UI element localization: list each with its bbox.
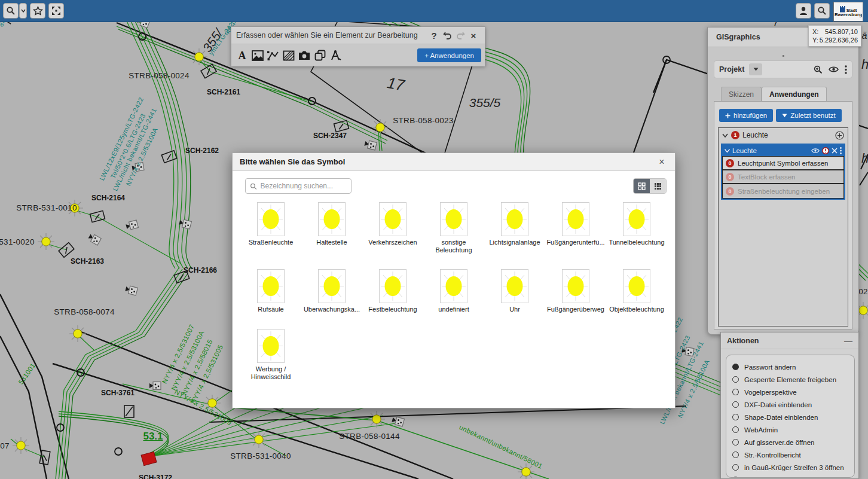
symbol-item[interactable]: Verkehrszeichen	[362, 202, 423, 254]
street-light-symbol	[12, 437, 30, 457]
item-badge: 0	[726, 187, 734, 196]
measure-tool-button[interactable]	[328, 48, 343, 63]
aktion-label: Shape-Datei einblenden	[744, 414, 818, 421]
more-icon[interactable]	[840, 147, 842, 154]
leuchte-panel-header[interactable]: Leuchte	[722, 145, 844, 156]
aktion-item[interactable]: Shape-Datei einblenden	[732, 411, 854, 423]
dialog-titlebar: Bitte wählen Sie das Symbol ×	[233, 153, 675, 171]
polyline-tool-button[interactable]	[266, 48, 280, 63]
visibility-icon[interactable]	[811, 148, 820, 154]
warning-icon[interactable]	[822, 147, 829, 154]
symbol-item[interactable]: Festbeleuchtung	[362, 269, 423, 313]
camera-tool-button[interactable]	[297, 48, 311, 63]
add-button[interactable]: hinzufügen	[719, 109, 773, 122]
header-search-dropdown[interactable]	[19, 3, 27, 19]
map-label: SCH-2166	[184, 266, 217, 274]
add-circle-icon[interactable]	[835, 131, 844, 140]
tab-anwendungen[interactable]: Anwendungen	[762, 87, 827, 101]
symbol-preview	[379, 202, 407, 236]
aktion-item[interactable]: WebAdmin	[732, 423, 854, 436]
symbol-item[interactable]: sonstige Beleuchtung	[423, 202, 484, 254]
symbol-item[interactable]: Lichtsignalanlage	[484, 202, 545, 254]
item-label: Straßenbeleuchtung eingeben	[738, 188, 830, 195]
item-label: Leuchtpunkt Symbol erfassen	[738, 160, 829, 167]
symbol-label: undefiniert	[438, 306, 469, 313]
copy-tool-button[interactable]	[313, 48, 327, 63]
project-dropdown[interactable]	[749, 63, 762, 75]
symbol-label: Haltestelle	[316, 239, 347, 246]
help-button[interactable]: ?	[427, 29, 441, 41]
zoom-in-icon[interactable]	[814, 65, 823, 74]
measure-icon	[329, 50, 341, 61]
tree-action-item[interactable]: 0 Straßenbeleuchtung eingeben	[723, 184, 843, 198]
symbol-item[interactable]: Uberwachungska...	[301, 269, 362, 313]
panel-handle-dot	[783, 55, 784, 57]
visibility-icon[interactable]	[829, 66, 839, 73]
symbol-label: Fußgängerunterfü...	[546, 239, 604, 246]
symbol-preview	[501, 202, 528, 236]
aktion-item[interactable]: Passwort ändern	[732, 361, 854, 373]
aktion-item[interactable]: DXF-Datei einblenden	[732, 398, 854, 411]
manhole-symbol	[179, 217, 194, 234]
text-tool-button[interactable]: A	[235, 48, 249, 63]
more-icon[interactable]	[845, 65, 847, 74]
header-search2-button[interactable]	[814, 3, 830, 19]
symbol-item[interactable]: Tunnelbeleuchtung	[606, 202, 667, 254]
recent-button[interactable]: Zuletzt benutzt	[776, 109, 841, 122]
hatch-tool-button[interactable]	[282, 48, 296, 63]
grid-small-toggle[interactable]	[650, 179, 666, 193]
symbol-preview	[562, 269, 589, 303]
symbol-item[interactable]: undefiniert	[423, 269, 484, 313]
header-search-button[interactable]	[3, 3, 19, 19]
dialog-close-button[interactable]: ×	[656, 157, 668, 167]
aktion-item[interactable]: Str.-Kontrollbericht	[732, 449, 854, 461]
symbol-item[interactable]: Haltestelle	[301, 202, 362, 254]
aktion-item[interactable]: Reports	[732, 474, 854, 478]
redo-button[interactable]	[454, 29, 467, 41]
aktion-label: Str.-Kontrollbericht	[744, 451, 801, 459]
aktion-label: in Gauß-Krüger Streifen 3 öffnen	[744, 464, 844, 471]
map-label: SCH-3761	[101, 389, 135, 397]
group-badge: 1	[731, 131, 739, 139]
manhole-icon	[126, 218, 141, 232]
tree-action-item[interactable]: 0 TextBlock erfassen	[723, 170, 843, 184]
symbol-item[interactable]: Straßenleuchte	[240, 202, 301, 254]
close-toolbar-button[interactable]: ×	[467, 29, 480, 41]
grid-large-toggle[interactable]	[634, 179, 650, 193]
leuchte-panel-label: Leuchte	[732, 147, 809, 154]
minimize-button[interactable]: —	[844, 336, 852, 346]
close-icon[interactable]	[832, 148, 838, 154]
group-label: Leuchte	[742, 131, 832, 139]
header-user-button[interactable]	[796, 3, 811, 19]
aktion-label: WebAdmin	[744, 426, 778, 434]
tab-skizzen[interactable]: Skizzen	[721, 87, 762, 101]
undo-button[interactable]	[441, 29, 454, 41]
svg-text:A: A	[239, 50, 246, 62]
symbol-item[interactable]: Uhr	[484, 269, 545, 313]
grid-small-icon	[654, 182, 662, 190]
map-label: SCH-3172	[139, 474, 172, 479]
aktion-item[interactable]: Gesperrte Elemente freigeben	[732, 373, 854, 386]
aktion-item[interactable]: Vogelperspektive	[732, 386, 854, 398]
manhole-icon	[392, 414, 407, 429]
tree-group-row[interactable]: 1 Leuchte	[719, 128, 848, 142]
symbol-search-input[interactable]	[261, 182, 347, 190]
symbol-item[interactable]: Objektbeleuchtung	[606, 269, 667, 313]
aktionen-panel: Aktionen — Passwort ändern Gesperrte Ele…	[720, 332, 859, 479]
symbol-item[interactable]: Rufsäule	[240, 269, 301, 313]
image-tool-button[interactable]	[250, 48, 265, 63]
header-extent-button[interactable]	[48, 3, 64, 19]
tree-action-item[interactable]: 0 Leuchtpunkt Symbol erfassen	[723, 157, 843, 170]
symbol-item[interactable]: Werbung / Hinweisschild	[240, 329, 301, 380]
symbol-preview	[562, 202, 589, 236]
symbol-item[interactable]: Fußgängerunterfü...	[545, 202, 606, 254]
symbol-item[interactable]: Fußgängerüberweg	[545, 269, 606, 313]
lamp-symbol-icon	[441, 203, 467, 236]
anwendungen-button[interactable]: + Anwendungen	[417, 48, 481, 62]
aktion-item[interactable]: Auf gisserver.de öffnen	[732, 436, 854, 449]
aktion-item[interactable]: in Gauß-Krüger Streifen 3 öffnen	[732, 461, 854, 474]
header-favorites-button[interactable]	[30, 3, 45, 19]
symbol-preview	[623, 269, 650, 303]
lamp-symbol-icon	[502, 270, 528, 303]
street-light-symbol	[250, 431, 268, 451]
